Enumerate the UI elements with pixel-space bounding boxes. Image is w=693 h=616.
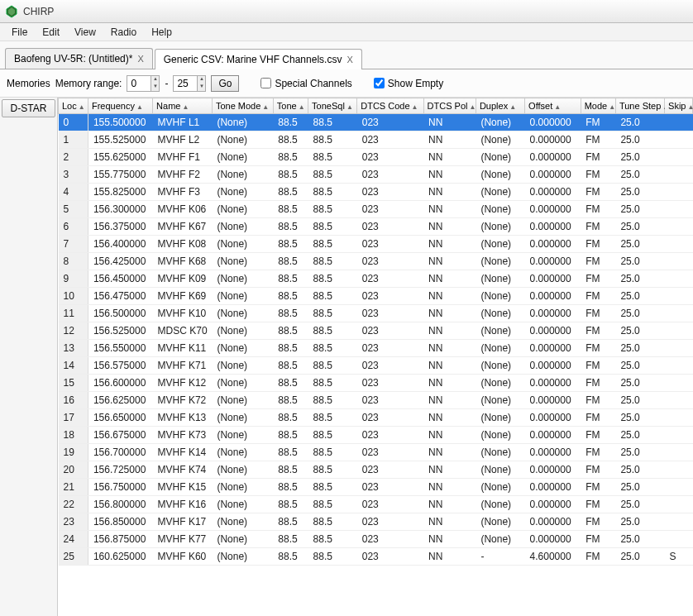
cell-name[interactable]: MVHF L1 bbox=[153, 114, 213, 131]
cell-mode[interactable]: FM bbox=[581, 305, 615, 322]
cell-loc[interactable]: 14 bbox=[59, 357, 88, 375]
cell-dtcs[interactable]: 023 bbox=[357, 218, 423, 236]
cell-skip[interactable] bbox=[665, 531, 693, 548]
cell-tsql[interactable]: 88.5 bbox=[308, 479, 357, 496]
cell-dtcs[interactable]: 023 bbox=[357, 322, 423, 340]
cell-name[interactable]: MVHF K13 bbox=[153, 409, 213, 427]
cell-mode[interactable]: FM bbox=[581, 357, 615, 375]
table-row[interactable]: 6156.375000MVHF K67(None)88.588.5023NN(N… bbox=[59, 218, 693, 236]
cell-tone[interactable]: 88.5 bbox=[273, 548, 308, 566]
cell-pol[interactable]: NN bbox=[423, 184, 476, 201]
cell-name[interactable]: MVHF K67 bbox=[153, 218, 213, 236]
cell-dup[interactable]: (None) bbox=[476, 409, 524, 427]
cell-tmode[interactable]: (None) bbox=[212, 479, 273, 496]
cell-dup[interactable]: (None) bbox=[476, 461, 524, 479]
cell-pol[interactable]: NN bbox=[423, 357, 476, 375]
menu-view[interactable]: View bbox=[68, 25, 103, 40]
cell-name[interactable]: MVHF K09 bbox=[153, 270, 213, 288]
cell-freq[interactable]: 156.650000 bbox=[88, 409, 152, 427]
cell-loc[interactable]: 25 bbox=[59, 548, 88, 566]
cell-dtcs[interactable]: 023 bbox=[357, 114, 423, 131]
cell-tone[interactable]: 88.5 bbox=[273, 479, 308, 496]
cell-dtcs[interactable]: 023 bbox=[357, 340, 423, 357]
table-row[interactable]: 13156.550000MVHF K11(None)88.588.5023NN(… bbox=[59, 340, 693, 357]
cell-off[interactable]: 0.000000 bbox=[525, 461, 581, 479]
cell-pol[interactable]: NN bbox=[423, 513, 476, 531]
cell-tone[interactable]: 88.5 bbox=[273, 322, 308, 340]
cell-mode[interactable]: FM bbox=[581, 270, 615, 288]
cell-tmode[interactable]: (None) bbox=[212, 496, 273, 513]
cell-loc[interactable]: 8 bbox=[59, 253, 88, 270]
cell-freq[interactable]: 156.800000 bbox=[88, 496, 152, 513]
cell-tmode[interactable]: (None) bbox=[212, 305, 273, 322]
cell-dtcs[interactable]: 023 bbox=[357, 479, 423, 496]
cell-tsql[interactable]: 88.5 bbox=[308, 201, 357, 218]
cell-mode[interactable]: FM bbox=[581, 375, 615, 392]
cell-tone[interactable]: 88.5 bbox=[273, 340, 308, 357]
cell-tmode[interactable]: (None) bbox=[212, 548, 273, 566]
cell-freq[interactable]: 156.750000 bbox=[88, 479, 152, 496]
cell-mode[interactable]: FM bbox=[581, 409, 615, 427]
cell-off[interactable]: 0.000000 bbox=[525, 253, 581, 270]
cell-skip[interactable] bbox=[665, 270, 693, 288]
column-header-frequency[interactable]: Frequency▲ bbox=[88, 98, 152, 114]
column-header-tone-mode[interactable]: Tone Mode▲ bbox=[212, 98, 273, 114]
cell-skip[interactable] bbox=[665, 184, 693, 201]
cell-mode[interactable]: FM bbox=[581, 184, 615, 201]
cell-skip[interactable] bbox=[665, 114, 693, 131]
cell-off[interactable]: 0.000000 bbox=[525, 357, 581, 375]
cell-dtcs[interactable]: 023 bbox=[357, 461, 423, 479]
cell-tmode[interactable]: (None) bbox=[212, 444, 273, 461]
cell-dtcs[interactable]: 023 bbox=[357, 305, 423, 322]
go-button[interactable]: Go bbox=[211, 75, 239, 92]
cell-tsql[interactable]: 88.5 bbox=[308, 131, 357, 149]
cell-dtcs[interactable]: 023 bbox=[357, 236, 423, 253]
cell-dtcs[interactable]: 023 bbox=[357, 496, 423, 513]
cell-loc[interactable]: 24 bbox=[59, 531, 88, 548]
cell-tsql[interactable]: 88.5 bbox=[308, 236, 357, 253]
cell-tone[interactable]: 88.5 bbox=[273, 513, 308, 531]
cell-tmode[interactable]: (None) bbox=[212, 340, 273, 357]
cell-tmode[interactable]: (None) bbox=[212, 392, 273, 409]
cell-name[interactable]: MVHF K16 bbox=[153, 496, 213, 513]
cell-tone[interactable]: 88.5 bbox=[273, 236, 308, 253]
cell-tsql[interactable]: 88.5 bbox=[308, 375, 357, 392]
cell-off[interactable]: 0.000000 bbox=[525, 444, 581, 461]
cell-off[interactable]: 0.000000 bbox=[525, 288, 581, 305]
cell-tone[interactable]: 88.5 bbox=[273, 166, 308, 184]
cell-off[interactable]: 0.000000 bbox=[525, 427, 581, 444]
cell-tone[interactable]: 88.5 bbox=[273, 461, 308, 479]
cell-dtcs[interactable]: 023 bbox=[357, 409, 423, 427]
cell-dtcs[interactable]: 023 bbox=[357, 357, 423, 375]
cell-freq[interactable]: 156.500000 bbox=[88, 305, 152, 322]
cell-tstep[interactable]: 25.0 bbox=[615, 322, 664, 340]
cell-off[interactable]: 0.000000 bbox=[525, 218, 581, 236]
cell-tmode[interactable]: (None) bbox=[212, 201, 273, 218]
cell-name[interactable]: MVHF K08 bbox=[153, 236, 213, 253]
cell-tone[interactable]: 88.5 bbox=[273, 496, 308, 513]
cell-loc[interactable]: 13 bbox=[59, 340, 88, 357]
show-empty-input[interactable] bbox=[374, 78, 385, 88]
cell-tmode[interactable]: (None) bbox=[212, 357, 273, 375]
cell-dtcs[interactable]: 023 bbox=[357, 392, 423, 409]
cell-freq[interactable]: 156.625000 bbox=[88, 392, 152, 409]
cell-tstep[interactable]: 25.0 bbox=[615, 166, 664, 184]
cell-freq[interactable]: 156.300000 bbox=[88, 201, 152, 218]
cell-loc[interactable]: 19 bbox=[59, 444, 88, 461]
dstar-button[interactable]: D-STAR bbox=[2, 99, 55, 117]
cell-dup[interactable]: (None) bbox=[476, 513, 524, 531]
cell-dup[interactable]: - bbox=[476, 548, 524, 566]
cell-skip[interactable] bbox=[665, 322, 693, 340]
cell-tmode[interactable]: (None) bbox=[212, 114, 273, 131]
cell-name[interactable]: MVHF K77 bbox=[153, 531, 213, 548]
cell-freq[interactable]: 156.375000 bbox=[88, 218, 152, 236]
cell-dup[interactable]: (None) bbox=[476, 184, 524, 201]
cell-tone[interactable]: 88.5 bbox=[273, 218, 308, 236]
table-row[interactable]: 9156.450000MVHF K09(None)88.588.5023NN(N… bbox=[59, 270, 693, 288]
cell-freq[interactable]: 160.625000 bbox=[88, 548, 152, 566]
cell-tstep[interactable]: 25.0 bbox=[615, 305, 664, 322]
cell-pol[interactable]: NN bbox=[423, 131, 476, 149]
cell-dtcs[interactable]: 023 bbox=[357, 548, 423, 566]
cell-tsql[interactable]: 88.5 bbox=[308, 496, 357, 513]
cell-dup[interactable]: (None) bbox=[476, 357, 524, 375]
